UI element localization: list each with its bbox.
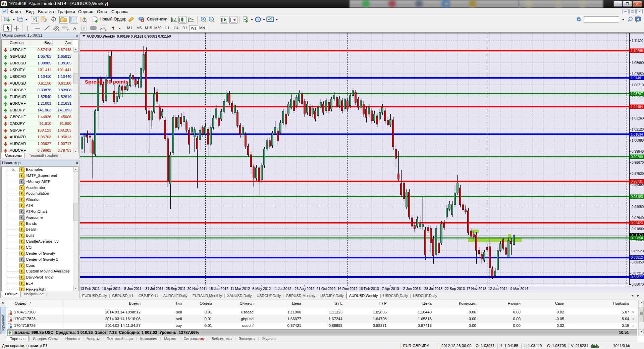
svg-text:1.06710: 1.06710 bbox=[632, 83, 644, 87]
svg-text:1.07491: 1.07491 bbox=[631, 76, 643, 80]
svg-text:A: A bbox=[73, 26, 76, 31]
svg-text:28 Jul 2013: 28 Jul 2013 bbox=[424, 287, 442, 291]
svg-text:1.10268: 1.10268 bbox=[631, 49, 643, 53]
svg-text:31 Jul 2011: 31 Jul 2011 bbox=[145, 287, 163, 291]
svg-text:6 May 2012: 6 May 2012 bbox=[253, 287, 271, 291]
svg-text:1.08990: 1.08990 bbox=[632, 61, 644, 65]
svg-text:0.87210: 0.87210 bbox=[632, 271, 644, 275]
svg-text:0.96731: 0.96731 bbox=[631, 180, 643, 183]
svg-text:0.94080: 0.94080 bbox=[632, 205, 644, 209]
svg-text:0.88350: 0.88350 bbox=[632, 260, 644, 264]
svg-text:13 Feb 2011: 13 Feb 2011 bbox=[80, 287, 100, 291]
svg-text:0.86877: 0.86877 bbox=[631, 275, 643, 279]
svg-text:0.90850: 0.90850 bbox=[631, 236, 643, 240]
svg-text:10 Apr 2011: 10 Apr 2011 bbox=[102, 287, 121, 291]
svg-text:16 Dec 2012: 16 Dec 2012 bbox=[337, 287, 358, 291]
svg-text:0.92423: 0.92423 bbox=[631, 221, 643, 225]
svg-text:2 Jun 2013: 2 Jun 2013 bbox=[403, 287, 421, 291]
svg-text:22 Sep 2013: 22 Sep 2013 bbox=[445, 287, 465, 291]
svg-text:AUDUSD,Weekly 0.90199 0.91161: AUDUSD,Weekly 0.90199 0.91161 0.90081 0.… bbox=[87, 34, 171, 38]
svg-text:1 Jul 2012: 1 Jul 2012 bbox=[275, 287, 291, 291]
svg-text:E: E bbox=[58, 29, 60, 31]
svg-text:1.01634: 1.01634 bbox=[631, 133, 643, 136]
svg-text:0.92940: 0.92940 bbox=[632, 216, 644, 220]
svg-text:10 Feb 2013: 10 Feb 2013 bbox=[359, 287, 379, 291]
svg-text:0.99290: 0.99290 bbox=[631, 155, 643, 159]
svg-text:15 Jan 2012: 15 Jan 2012 bbox=[209, 287, 228, 291]
svg-text:F: F bbox=[105, 29, 106, 32]
svg-text:T: T bbox=[83, 26, 85, 30]
svg-text:9 Mar 2014: 9 Mar 2014 bbox=[510, 287, 528, 291]
svg-text:7 Apr 2013: 7 Apr 2013 bbox=[382, 287, 399, 291]
svg-text:4: 4 bbox=[637, 17, 639, 21]
svg-text:0.99840: 0.99840 bbox=[632, 150, 644, 153]
svg-text:1.05797: 1.05797 bbox=[631, 92, 643, 96]
svg-text:1.02120: 1.02120 bbox=[632, 128, 644, 131]
svg-text:21 Oct 2012: 21 Oct 2012 bbox=[316, 287, 335, 291]
svg-text:F: F bbox=[67, 29, 69, 31]
svg-text:17 Nov 2013: 17 Nov 2013 bbox=[466, 287, 486, 291]
svg-text:0.98670: 0.98670 bbox=[632, 161, 644, 164]
svg-text:1.04484: 1.04484 bbox=[631, 105, 643, 109]
svg-text:0.86070: 0.86070 bbox=[632, 283, 644, 286]
svg-text:11 Mar 2012: 11 Mar 2012 bbox=[230, 287, 250, 291]
svg-text:25 Sep 2011: 25 Sep 2011 bbox=[166, 287, 186, 291]
svg-text:1.11300: 1.11300 bbox=[632, 39, 644, 43]
svg-text:0.95183: 0.95183 bbox=[631, 195, 643, 199]
svg-text:1.03260: 1.03260 bbox=[632, 116, 644, 120]
svg-text:Spread: 30 points.: Spread: 30 points. bbox=[85, 79, 130, 85]
svg-text:20 Nov 2011: 20 Nov 2011 bbox=[187, 287, 207, 291]
svg-text:0.97530: 0.97530 bbox=[632, 172, 644, 176]
svg-text:26 Aug 2012: 26 Aug 2012 bbox=[295, 287, 315, 291]
svg-text:0.88812: 0.88812 bbox=[631, 256, 643, 259]
svg-text:12 Jan 2014: 12 Jan 2014 bbox=[488, 287, 507, 291]
svg-text:1.07850: 1.07850 bbox=[632, 72, 644, 76]
svg-text:5 Jun 2011: 5 Jun 2011 bbox=[124, 287, 141, 291]
svg-text:1.00980: 1.00980 bbox=[632, 139, 644, 142]
svg-text:0.91800: 0.91800 bbox=[632, 227, 644, 231]
svg-text:0.89520: 0.89520 bbox=[632, 249, 644, 253]
